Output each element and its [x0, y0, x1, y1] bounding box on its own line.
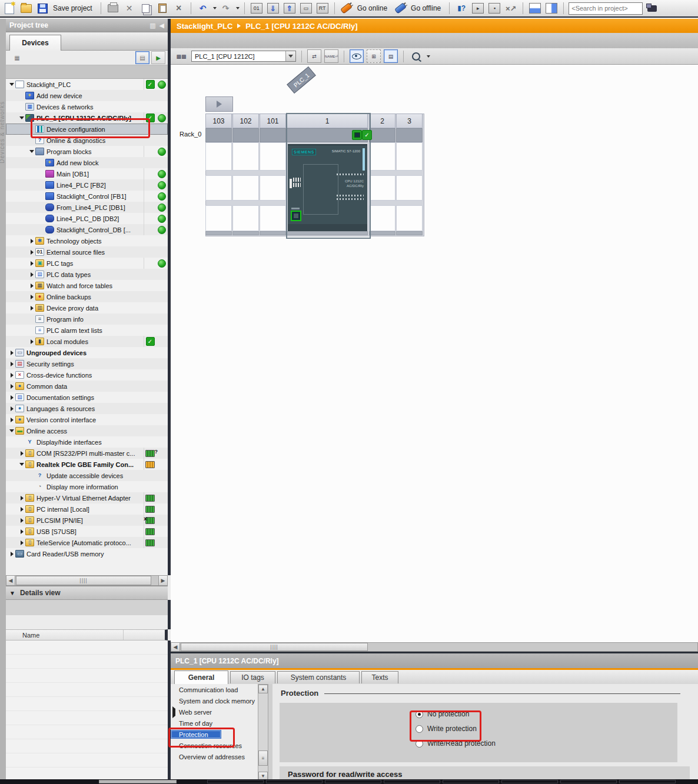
tree-item-pc-internal-local[interactable]: ▯PC internal [Local]	[6, 503, 168, 515]
collapse-arrow-icon[interactable]	[18, 507, 25, 512]
collapse-arrow-icon[interactable]	[28, 261, 35, 266]
collapse-arrow-icon[interactable]	[28, 339, 35, 344]
collapse-arrow-icon[interactable]	[18, 451, 25, 456]
tab-general[interactable]: General	[174, 670, 228, 684]
collapse-arrow-icon[interactable]	[18, 541, 25, 545]
editor-hscroll-thumb[interactable]: ||||	[181, 643, 368, 651]
taskbar-item[interactable]	[501, 780, 558, 783]
tree-item-plc-alarm-text-lists[interactable]: ≡PLC alarm text lists	[6, 325, 168, 336]
scroll-right-icon[interactable]: ▶	[158, 576, 167, 585]
tree-item-from-line4-plc-db1[interactable]: From_Line4_PLC [DB1]	[6, 202, 168, 213]
plc-name-tag[interactable]: PLC_1	[287, 66, 316, 94]
collapse-arrow-icon[interactable]	[28, 283, 35, 288]
collapse-arrow-icon[interactable]	[8, 395, 15, 400]
device-selector-dropdown-icon[interactable]	[285, 51, 295, 61]
tree-item-com-rs232-ppi-multi-master-c[interactable]: ▯COM [RS232/PPI multi-master c...?	[6, 448, 168, 459]
empty-slot-cell[interactable]	[260, 205, 286, 231]
taskbar-item[interactable]	[325, 780, 381, 783]
search-input[interactable]	[569, 2, 643, 15]
details-mode-icon[interactable]: ▤	[135, 51, 149, 64]
empty-slot-cell[interactable]	[232, 175, 259, 201]
device-view-canvas[interactable]: PLC_1 Rack_0 103102101123 SIEMENS SIMATI…	[171, 65, 698, 642]
rename-io-icon[interactable]: NAME⏎	[324, 49, 338, 63]
split-vertical-button[interactable]	[544, 1, 559, 15]
collapse-arrow-icon[interactable]	[8, 373, 15, 378]
panel-layout-icon[interactable]: ▥	[149, 22, 155, 29]
show-columns-icon[interactable]: ▤	[384, 49, 398, 63]
go-offline-label[interactable]: Go offline	[411, 4, 441, 12]
cut-button[interactable]: ✕	[122, 1, 137, 15]
taskbar-item[interactable]	[443, 780, 499, 783]
tab-io-tags[interactable]: IO tags	[230, 671, 275, 683]
go-online-button[interactable]	[340, 1, 354, 15]
download-to-device-button[interactable]: ⇓	[266, 1, 280, 15]
zoom-dropdown-caret[interactable]	[427, 55, 430, 58]
empty-slot-cell[interactable]	[260, 175, 286, 201]
details-view-header[interactable]: ▼ Details view	[6, 586, 168, 600]
properties-nav-scrollbar[interactable]: ▲ ≡ ▼	[258, 684, 268, 781]
tree-item-add-new-device[interactable]: +Add new device	[6, 90, 168, 101]
nav-item-connection-resources[interactable]: Connection resources	[171, 740, 258, 751]
device-selector[interactable]: PLC_1 [CPU 1212C]	[191, 51, 296, 62]
empty-slot-cell[interactable]	[205, 205, 232, 231]
topology-icon[interactable]: ▩▩	[174, 49, 188, 63]
collapse-arrow-icon[interactable]	[28, 306, 35, 311]
tree-item-device-configuration[interactable]: Device configuration	[6, 124, 168, 135]
tree-item-update-accessible-devices[interactable]: ?Update accessible devices	[6, 470, 168, 481]
measure-icon[interactable]: ⇄	[307, 49, 321, 63]
expand-arrow-icon[interactable]	[8, 83, 15, 86]
collapse-arrow-icon[interactable]	[8, 406, 15, 411]
tree-item-devices-networks[interactable]: ▦Devices & networks	[6, 101, 168, 112]
radio-button-icon[interactable]	[416, 740, 423, 748]
redo-button[interactable]: ↷	[219, 1, 233, 15]
tree-item-version-control-interface[interactable]: ●Version control interface	[6, 414, 168, 425]
slot-header-101[interactable]: 101	[260, 114, 286, 128]
collapse-arrow-icon[interactable]	[8, 362, 15, 366]
empty-slot-cell[interactable]	[396, 175, 423, 201]
tree-item-online-access[interactable]: ▬Online access	[6, 425, 168, 436]
taskbar-item[interactable]	[207, 780, 264, 783]
slot-header-102[interactable]: 102	[232, 114, 259, 128]
taskbar-item[interactable]	[266, 780, 323, 783]
nav-item-time-of-day[interactable]: Time of day	[171, 718, 258, 729]
open-project-button[interactable]	[19, 1, 33, 15]
collapse-arrow-icon[interactable]	[8, 351, 15, 355]
save-project-button[interactable]	[35, 1, 49, 15]
details-name-column-header[interactable]: Name	[6, 629, 168, 640]
tree-item-add-new-block[interactable]: +Add new block	[6, 157, 168, 168]
tree-hscrollbar[interactable]: ◀ |||| ▶	[6, 575, 168, 586]
show-addresses-icon[interactable]	[350, 49, 364, 63]
slot-header-2[interactable]: 2	[369, 114, 395, 128]
tree-item-teleservice-automatic-protoco[interactable]: ▯TeleService [Automatic protoco...	[6, 537, 168, 548]
redo-dropdown-caret[interactable]	[236, 7, 240, 9]
go-offline-button[interactable]	[393, 1, 407, 15]
paste-button[interactable]	[155, 1, 169, 15]
expand-arrow-icon[interactable]	[8, 429, 15, 432]
empty-slot-cell[interactable]	[369, 175, 395, 201]
print-button[interactable]	[106, 1, 120, 15]
empty-slot-cell[interactable]	[232, 205, 259, 231]
tree-item-program-info[interactable]: ≡Program info	[6, 313, 168, 325]
project-search-button[interactable]	[645, 1, 659, 15]
tree-item-technology-objects[interactable]: ✱Technology objects	[6, 235, 168, 246]
cpu-module[interactable]: SIEMENS SIMATIC S7-1200 CPU 1212C AC/DC/…	[288, 144, 367, 231]
collapse-arrow-icon[interactable]	[28, 250, 35, 255]
collapse-panel-icon[interactable]: ◀	[159, 22, 164, 29]
tree-item-plc-data-types[interactable]: ▤PLC data types	[6, 269, 168, 280]
radio-write-protection[interactable]: Write protection	[416, 725, 477, 733]
empty-slot-cell[interactable]	[260, 142, 286, 171]
compile-button[interactable]: 01	[250, 1, 264, 15]
tree-item-common-data[interactable]: ●Common data	[6, 381, 168, 392]
undo-dropdown-caret[interactable]	[213, 7, 217, 9]
collapse-arrow-icon[interactable]	[8, 552, 15, 556]
empty-slot-cell[interactable]	[232, 142, 259, 171]
nav-item-web-server[interactable]: Web server	[171, 706, 258, 718]
expand-arrow-icon[interactable]	[28, 150, 35, 153]
breadcrumb-page[interactable]: PLC_1 [CPU 1212C AC/DC/Rly]	[245, 22, 357, 31]
start-simulation-button[interactable]: ▸	[471, 1, 485, 15]
tree-item-line4-plc-fb2[interactable]: Line4_PLC [FB2]	[6, 179, 168, 191]
tree-item-main-ob1[interactable]: Main [OB1]	[6, 168, 168, 179]
tree-item-usb-s7usb[interactable]: ▯USB [S7USB]	[6, 526, 168, 537]
tree-item-external-source-files[interactable]: 01External source files	[6, 246, 168, 258]
radio-no-protection[interactable]: No protection	[416, 710, 469, 718]
